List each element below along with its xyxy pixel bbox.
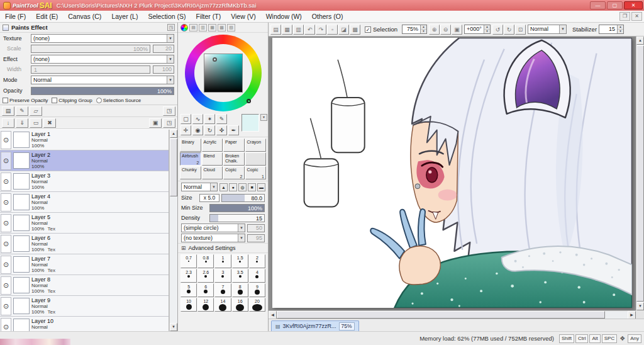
spinner[interactable]: ▲▼ (484, 25, 490, 33)
menu-item-filter[interactable]: Filter (T) (191, 11, 226, 21)
rgb-slider-tab[interactable]: ▤ (189, 24, 197, 31)
layer-row-layer-1[interactable]: ⊙Layer 1Normal100% (0, 130, 169, 150)
scroll-down-icon[interactable]: ▼ (636, 302, 644, 310)
brush-size-preset-16[interactable]: 16 (232, 298, 248, 312)
undo-icon[interactable]: ↶ (304, 25, 315, 35)
swatch-menu-icon[interactable]: ▾ (260, 114, 267, 121)
brush-shape-dropdown[interactable]: (simple circle) ▼ (181, 223, 245, 232)
layer-visibility-icon[interactable]: ⊙ (1, 318, 11, 332)
effect-dropdown[interactable]: (none) ▼ (31, 55, 174, 64)
layer-list-scrollbar[interactable]: ▲ ▼ (169, 130, 177, 331)
canvas[interactable] (272, 38, 632, 308)
transfer-down-icon[interactable]: ↓ (2, 118, 14, 128)
swatches-tab[interactable]: ▩ (218, 24, 226, 31)
maximize-button[interactable]: ▢ (607, 1, 623, 9)
scroll-up-icon[interactable]: ▲ (170, 130, 177, 138)
brush-size-preset-20[interactable]: 20 (249, 298, 265, 312)
redo-icon[interactable]: ↷ (316, 25, 326, 35)
scroll-left-icon[interactable]: ◀ (269, 311, 277, 319)
rotate-tool-icon[interactable]: ↻ (204, 125, 215, 135)
layer-row-layer-7[interactable]: ⊙Layer 7Normal100%Tex (0, 254, 169, 275)
advanced-settings-header[interactable]: ⊞ Advanced Settings (178, 243, 268, 253)
scroll-up-icon[interactable]: ▲ (636, 37, 644, 45)
brush-size-preset-6[interactable]: 6 (197, 283, 214, 297)
layer-visibility-icon[interactable]: ⊙ (1, 297, 11, 315)
layer-visibility-icon[interactable]: ⊙ (1, 193, 11, 212)
brush-size-preset-9[interactable]: 9 (249, 283, 265, 297)
brush-size-slider[interactable]: 80.0 (221, 194, 265, 202)
color-wheel-tab[interactable] (180, 24, 188, 31)
scratchpad-tab[interactable]: ▧ (227, 24, 235, 31)
select-pen-tool-icon[interactable]: ✎ (216, 114, 227, 124)
brush-size-preset-0-7[interactable]: 0.7 (180, 254, 197, 268)
brush-texture-dropdown[interactable]: (no texture) ▼ (181, 234, 245, 242)
brush-size-preset-12[interactable]: 12 (197, 298, 214, 312)
selection-checkbox[interactable]: ✓ Selection (365, 26, 397, 33)
new-linework-layer-icon[interactable]: ✎ (16, 106, 28, 116)
zoom-tool-icon[interactable]: ◉ (192, 125, 203, 135)
layer-visibility-icon[interactable]: ⊙ (1, 131, 11, 149)
brush-binary[interactable]: Binary (180, 139, 201, 152)
magic-wand-tool-icon[interactable]: ✶ (204, 114, 215, 124)
brush-size-preset-2-3[interactable]: 2.3 (180, 269, 197, 283)
spin-up-icon[interactable]: ▲ (421, 25, 426, 30)
brush-size-preset-14[interactable]: 14 (214, 298, 231, 312)
spin-down-icon[interactable]: ▼ (618, 30, 623, 33)
layer-row-layer-9[interactable]: ⊙Layer 9Normal100%Tex (0, 296, 169, 317)
brush-size-preset-3-5[interactable]: 3.5 (232, 269, 248, 283)
brush-blend[interactable]: Blend (202, 152, 223, 166)
scrollbar-thumb[interactable] (170, 139, 177, 196)
zoom-in-icon[interactable]: ⊕ (429, 25, 440, 35)
new-canvas-icon[interactable]: ▤ (270, 25, 281, 35)
brush-paper[interactable]: Paper (223, 139, 245, 152)
layer-row-layer-5[interactable]: ⊙Layer 5Normal100%Tex (0, 213, 169, 234)
density-slider[interactable]: 15 (209, 214, 265, 222)
texture-dropdown[interactable]: (none) ▼ (31, 34, 174, 43)
clipping-group-checkbox[interactable]: Clipping Group (52, 98, 92, 103)
scroll-right-icon[interactable]: ▶ (628, 311, 636, 319)
spinner[interactable]: ▲▼ (617, 25, 623, 33)
tip-triangle-icon[interactable]: ▲ (219, 183, 228, 191)
spin-down-icon[interactable]: ▼ (421, 30, 426, 33)
open-canvas-icon[interactable]: ▦ (282, 25, 292, 35)
new-folder-icon[interactable]: ▱ (30, 106, 42, 116)
spin-down-icon[interactable]: ▼ (484, 30, 490, 33)
brush-size-preset-3[interactable]: 3 (214, 269, 231, 283)
layer-row-layer-8[interactable]: ⊙Layer 8Normal100%Tex (0, 275, 169, 296)
current-color-swatch[interactable] (242, 114, 259, 132)
brush-size-preset-1[interactable]: 1 (214, 254, 231, 268)
move-tool-icon[interactable]: ✛ (180, 125, 191, 135)
angle-combo[interactable]: +000° ▲▼ (464, 25, 491, 34)
layer-mode-dropdown[interactable]: Normal ▼ (31, 76, 174, 84)
lasso-tool-icon[interactable]: ∿ (192, 114, 203, 124)
layer-visibility-icon[interactable]: ⊙ (1, 172, 11, 191)
layer-visibility-icon[interactable]: ⊙ (1, 276, 11, 295)
zoom-reset-icon[interactable]: ▣ (452, 25, 462, 35)
layer-opacity-slider[interactable]: 100% (31, 87, 174, 95)
tip-circle-icon[interactable]: ● (229, 183, 237, 191)
marquee-tool-icon[interactable]: ▢ (180, 114, 191, 124)
menu-item-window[interactable]: Window (W) (261, 11, 307, 21)
layer-row-layer-2[interactable]: ⊙Layer 2Normal100% (0, 150, 169, 171)
spinner[interactable]: ▲▼ (420, 25, 426, 33)
menu-item-others[interactable]: Others (O) (307, 11, 348, 21)
brush-size-preset-8[interactable]: 8 (232, 283, 248, 297)
brush-copic[interactable]: Copic1 (245, 166, 267, 179)
tip-square-icon[interactable]: ■ (248, 183, 256, 191)
preserve-opacity-checkbox[interactable]: Preserve Opacity (3, 98, 48, 103)
rotate-reset-icon[interactable]: ⊡ (515, 25, 526, 35)
eyedropper-tool-icon[interactable]: ✒ (228, 125, 239, 135)
brush-size-preset-7[interactable]: 7 (214, 283, 231, 297)
layer-row-layer-10[interactable]: ⊙Layer 10Normal100% (0, 317, 169, 331)
menu-item-file[interactable]: File (F) (0, 11, 31, 21)
canvas-tab[interactable]: ▤ 3KvfRI0Ajzm77zzR... 75% (271, 320, 359, 331)
deselect-icon[interactable]: ▫ (327, 25, 338, 35)
layer-row-layer-6[interactable]: ⊙Layer 6Normal100%Tex (0, 234, 169, 254)
menu-item-view[interactable]: View (V) (226, 11, 260, 21)
rotate-cw-icon[interactable]: ↻ (504, 25, 514, 35)
brush-size-preset-2-6[interactable]: 2.6 (197, 269, 214, 283)
new-layer-icon[interactable]: ▤ (2, 106, 14, 116)
layer-visibility-icon[interactable]: ⊙ (1, 256, 11, 274)
brush-size-preset-2[interactable]: 2 (249, 254, 265, 268)
brush-size-preset-1-5[interactable]: 1.5 (232, 254, 248, 268)
